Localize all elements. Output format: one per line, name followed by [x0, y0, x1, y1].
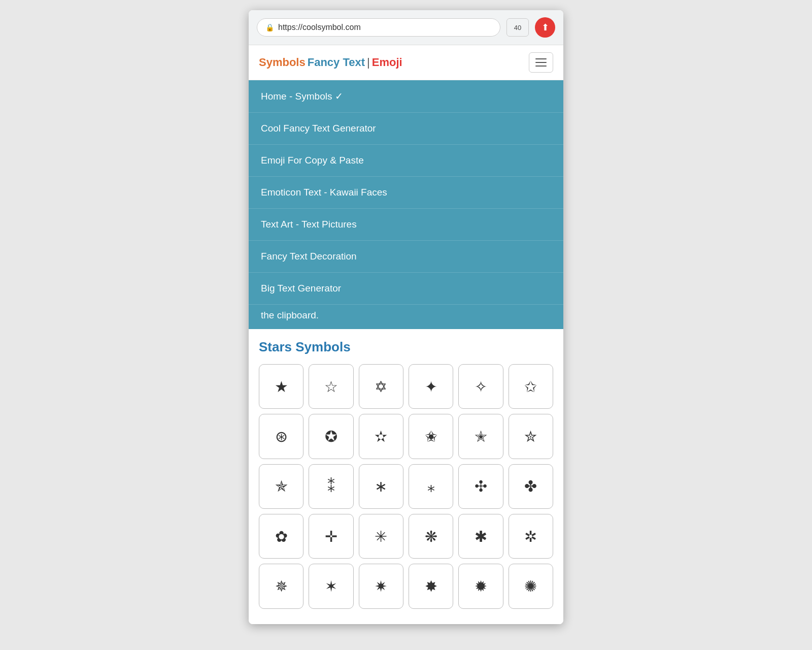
stars-section-title: Stars Symbols	[259, 339, 553, 355]
address-bar[interactable]: 🔒 https://coolsymbol.com	[257, 18, 500, 37]
symbol-cell[interactable]: ✩	[509, 364, 553, 409]
symbol-cell[interactable]: ✮	[509, 414, 553, 459]
menu-item[interactable]: Text Art - Text Pictures	[249, 209, 563, 241]
symbol-grid: ★☆✡✦✧✩⊛✪✫✬✭✮✯⁑∗⁎✣✤✿✛✳❋✱✲✵✶✷✸✹✺	[259, 364, 553, 609]
url-text: https://coolsymbol.com	[278, 23, 361, 32]
symbol-cell[interactable]: ✬	[409, 414, 453, 459]
symbol-cell[interactable]: ✵	[259, 564, 303, 608]
symbol-cell[interactable]: ✣	[458, 464, 503, 509]
symbol-cell[interactable]: ✦	[409, 364, 453, 409]
partial-text: the clipboard.	[249, 305, 563, 329]
upload-icon: ⬆	[542, 22, 549, 33]
hamburger-line-1	[535, 58, 547, 59]
tab-count-button[interactable]: 40	[506, 18, 529, 37]
symbol-cell[interactable]: ✫	[359, 414, 403, 459]
tab-count: 40	[514, 24, 521, 31]
menu-item[interactable]: Big Text Generator	[249, 273, 563, 305]
nav-bar: Symbols Fancy Text | Emoji	[249, 45, 563, 80]
menu-item[interactable]: Emoticon Text - Kawaii Faces	[249, 177, 563, 209]
menu-item[interactable]: Emoji For Copy & Paste	[249, 145, 563, 177]
symbol-cell[interactable]: ❋	[409, 514, 453, 559]
symbol-cell[interactable]: ✹	[458, 564, 503, 608]
site-brand[interactable]: Symbols Fancy Text | Emoji	[259, 56, 402, 69]
symbol-cell[interactable]: ✶	[309, 564, 353, 608]
symbol-cell[interactable]: ✯	[259, 464, 303, 509]
symbol-cell[interactable]: ✭	[458, 414, 503, 459]
hamburger-line-3	[535, 66, 547, 67]
symbol-cell[interactable]: ✤	[509, 464, 553, 509]
menu-item[interactable]: Home - Symbols ✓	[249, 80, 563, 113]
symbol-cell[interactable]: ✷	[359, 564, 403, 608]
symbol-cell[interactable]: ✲	[509, 514, 553, 559]
symbol-cell[interactable]: ⊛	[259, 414, 303, 459]
brand-emoji-text: Emoji	[372, 56, 402, 69]
symbol-cell[interactable]: ✪	[309, 414, 353, 459]
brand-separator: |	[367, 56, 370, 69]
symbol-cell[interactable]: ✱	[458, 514, 503, 559]
brand-fancy-text: Fancy Text	[308, 56, 365, 69]
share-button[interactable]: ⬆	[535, 17, 555, 38]
dropdown-menu: Home - Symbols ✓Cool Fancy Text Generato…	[249, 80, 563, 329]
menu-item[interactable]: Cool Fancy Text Generator	[249, 113, 563, 145]
symbol-cell[interactable]: ✸	[409, 564, 453, 608]
brand-symbols-text: Symbols	[259, 56, 306, 69]
main-content: Stars Symbols ★☆✡✦✧✩⊛✪✫✬✭✮✯⁑∗⁎✣✤✿✛✳❋✱✲✵✶…	[249, 329, 563, 624]
symbol-cell[interactable]: ★	[259, 364, 303, 409]
symbol-cell[interactable]: ✡	[359, 364, 403, 409]
symbol-cell[interactable]: ∗	[359, 464, 403, 509]
hamburger-button[interactable]	[529, 52, 553, 73]
hamburger-line-2	[535, 62, 547, 63]
phone-frame: 🔒 https://coolsymbol.com 40 ⬆ Symbols Fa…	[249, 10, 563, 624]
browser-bar: 🔒 https://coolsymbol.com 40 ⬆	[249, 10, 563, 45]
symbol-cell[interactable]: ⁑	[309, 464, 353, 509]
lock-icon: 🔒	[265, 23, 274, 31]
symbol-cell[interactable]: ✳	[359, 514, 403, 559]
symbol-cell[interactable]: ⁎	[409, 464, 453, 509]
menu-item[interactable]: Fancy Text Decoration	[249, 241, 563, 273]
symbol-cell[interactable]: ✺	[509, 564, 553, 608]
symbol-cell[interactable]: ☆	[309, 364, 353, 409]
symbol-cell[interactable]: ✛	[309, 514, 353, 559]
symbol-cell[interactable]: ✿	[259, 514, 303, 559]
symbol-cell[interactable]: ✧	[458, 364, 503, 409]
